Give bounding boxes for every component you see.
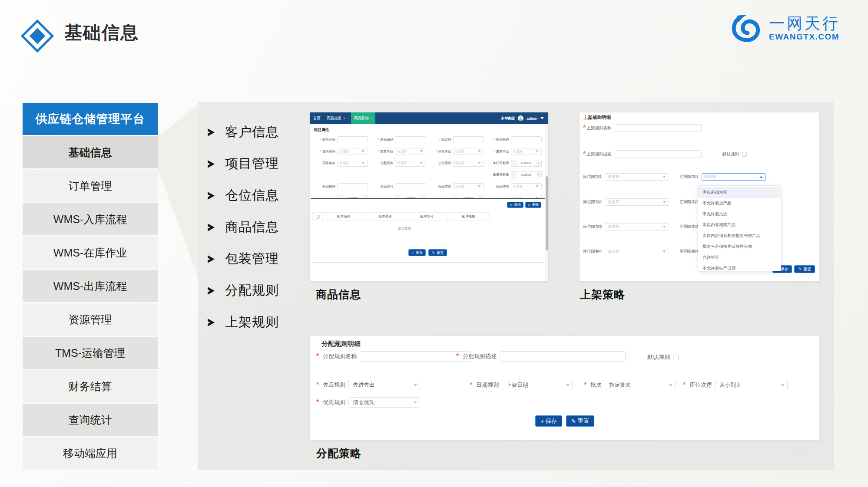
caret-down-icon [566, 384, 570, 388]
add-button[interactable]: ⊕新增 [507, 202, 523, 208]
plus-icon[interactable]: + [536, 172, 541, 178]
default-rule-checkbox[interactable] [673, 355, 679, 360]
dropdown-option[interactable]: 不允许混放产品 [698, 198, 781, 209]
scrollbar[interactable] [545, 124, 548, 281]
tab-product-info[interactable]: 商品信息× [324, 112, 348, 124]
arrow-bullet-icon [208, 224, 215, 231]
sidebar-item-outbound[interactable]: WMS-出库流程 [23, 270, 158, 302]
required-asterisk: * [316, 398, 319, 406]
select-all-checkbox-cell[interactable] [312, 212, 323, 221]
field-product-name: *商品名称 [314, 136, 368, 143]
product-spec-input[interactable] [337, 183, 368, 190]
circle-plus-icon: ⊕ [510, 203, 512, 207]
product-piece-type-select[interactable]: 请选择 [511, 183, 542, 190]
sidebar-item-finance[interactable]: 财务结算 [23, 370, 158, 402]
minus-icon[interactable]: − [511, 172, 517, 178]
caret-down-icon [477, 185, 481, 189]
dropdown-option[interactable]: 不允许混批次 [698, 209, 781, 220]
delete-button[interactable]: ⊖删除 [525, 202, 541, 208]
weight-unit-select[interactable]: 请选择 [511, 148, 542, 155]
field-barcode: *商品条码 [487, 136, 542, 143]
date-rule-select[interactable]: 上架日期 [502, 380, 573, 390]
dropdown-option[interactable]: 允许拆分 [698, 252, 781, 263]
barcode-input[interactable] [511, 136, 542, 143]
sidebar-item-orders[interactable]: 订单管理 [23, 170, 158, 202]
field-weight-per-qty: 重量每数量−0.0000+ [487, 171, 542, 178]
minus-icon[interactable]: − [511, 160, 517, 166]
reset-button[interactable]: ✎重置 [794, 265, 815, 273]
required-asterisk: * [320, 138, 321, 141]
checkbox[interactable] [316, 215, 320, 219]
order-rule-select[interactable]: 先进先出 [348, 380, 420, 390]
dropdown-option[interactable]: 库位必须为空 [698, 187, 781, 198]
putaway-name-input[interactable] [615, 124, 702, 132]
close-icon[interactable]: × [371, 116, 373, 120]
product-type-select[interactable]: 请选择 [453, 183, 484, 190]
caret-down-icon [420, 150, 423, 154]
product-name-input[interactable] [337, 136, 368, 143]
field-alloc-rule: 分配规则请选择 [371, 159, 426, 167]
list-item: 包装管理 [208, 243, 279, 275]
putaway-rule-select[interactable]: 请选择 [453, 160, 484, 167]
sidebar-item-inbound[interactable]: WMS-入库流程 [23, 203, 158, 235]
plus-icon[interactable]: + [536, 160, 541, 166]
field-package-name: *包装名称请选择 [314, 148, 368, 155]
alloc-desc-input[interactable] [500, 351, 626, 362]
alloc-rule-select[interactable]: 请选择 [395, 160, 426, 167]
project-name-select[interactable]: 请选择 [337, 160, 368, 167]
dropdown-option[interactable]: 库位内有相同产品 [698, 220, 781, 230]
tab-home[interactable]: 首页 [310, 112, 324, 124]
required-asterisk: * [683, 381, 686, 389]
loc-restrict-1-select[interactable]: 请选择 [605, 173, 669, 181]
module-sidebar: 供应链仓储管理平台 基础信息 订单管理 WMS-入库流程 WMS-在库作业 WM… [23, 103, 158, 471]
sidebar-item-inventory[interactable]: WMS-在库作业 [23, 237, 158, 269]
package-name-select[interactable]: 请选择 [337, 148, 368, 155]
sidebar-item-query-stats[interactable]: 查询统计 [23, 404, 158, 436]
reset-button[interactable]: ✎重置 [428, 249, 447, 256]
sidebar-item-basic-info[interactable]: 基础信息 [23, 136, 158, 168]
save-button[interactable]: +保存 [535, 415, 562, 427]
close-icon[interactable]: × [343, 116, 345, 120]
volume-per-qty-stepper[interactable]: −0.0000+ [511, 160, 542, 167]
product-model-input[interactable] [395, 183, 426, 190]
field-batch: * 批次 指定批次 [584, 380, 676, 390]
batch-select[interactable]: 指定批次 [605, 380, 676, 390]
alloc-name-input[interactable] [360, 351, 471, 362]
weight-per-qty-stepper[interactable]: −0.0000+ [511, 171, 542, 178]
username[interactable]: admin [527, 116, 537, 121]
chevron-down-icon[interactable] [540, 117, 544, 121]
location-order-select[interactable]: 从小到大 [715, 380, 788, 390]
qty-unit-select[interactable]: 请选择 [395, 148, 426, 155]
product-code-input[interactable] [395, 136, 426, 143]
dropdown-option[interactable]: 库位内必须有相同批次号的产品 [698, 230, 781, 241]
default-rule-label: 默认规则 [647, 353, 670, 361]
sidebar-item-mobile[interactable]: 移动端应用 [23, 437, 158, 469]
mnemonic-code-input[interactable] [453, 136, 484, 143]
space-restrict-1-select-open[interactable]: 请选择 [702, 173, 766, 181]
default-rule-label: 默认规则 [722, 151, 739, 157]
priority-rule-select[interactable]: 清仓优先 [348, 397, 420, 408]
required-asterisk: * [320, 149, 321, 153]
loc-restrict-3-select[interactable]: 请选择 [605, 223, 669, 230]
scrollbar-thumb[interactable] [546, 176, 548, 250]
field-project-name: 项目名称请选择 [314, 159, 368, 167]
sidebar-item-resources[interactable]: 资源管理 [23, 303, 158, 336]
field-product-type: 商品类型请选择 [430, 183, 484, 190]
loc-restrict-2-select[interactable]: 请选择 [605, 198, 669, 206]
reset-button[interactable]: ✎重置 [566, 415, 594, 427]
sidebar-item-tms[interactable]: TMS-运输管理 [23, 337, 158, 369]
field-default-rule: 默认规则 [647, 353, 679, 361]
feature-label: 客户信息 [225, 123, 279, 141]
field-alloc-name: * 分配规则名称 [316, 351, 471, 362]
field-location-order: * 库位次序 从小到大 [683, 380, 788, 390]
volume-unit-select[interactable]: 请选择 [453, 148, 484, 155]
save-button[interactable]: +保存 [408, 249, 426, 256]
default-rule-checkbox[interactable] [742, 152, 747, 157]
user-avatar[interactable] [518, 115, 523, 121]
caret-down-icon [477, 162, 481, 166]
loc-restrict-4-select[interactable]: 请选择 [605, 248, 669, 255]
putaway-desc-input[interactable] [615, 150, 702, 158]
dropdown-option[interactable]: 不允许混生产日期 [698, 263, 781, 271]
dropdown-option[interactable]: 批次号必须按先后顺序存放 [698, 241, 781, 252]
tab-product-new[interactable]: 商品新增× [351, 112, 376, 124]
